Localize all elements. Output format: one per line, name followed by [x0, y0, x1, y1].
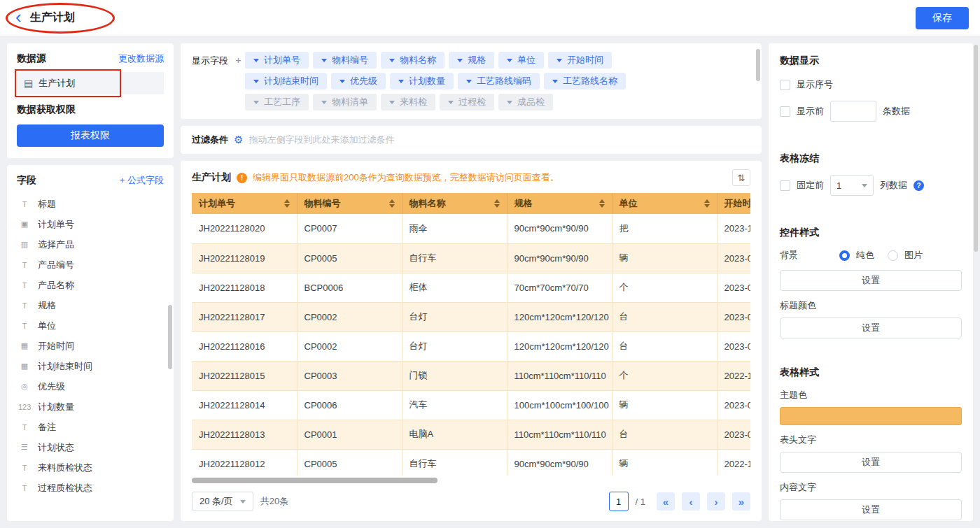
field-item[interactable]: T产品编号 [7, 255, 174, 275]
table-cell: 辆 [612, 243, 717, 273]
field-item[interactable]: ▦计划结束时间 [7, 356, 174, 376]
title-color-set-button[interactable]: 设置 [780, 317, 962, 338]
report-permission-button[interactable]: 报表权限 [17, 124, 164, 147]
background-set-button[interactable]: 设置 [780, 270, 962, 291]
field-item[interactable]: T备注 [7, 417, 174, 437]
sort-arrows-icon[interactable] [494, 199, 500, 208]
solid-color-radio[interactable] [839, 250, 850, 261]
top-header: ‹ 生产计划 保存 [0, 0, 980, 36]
last-page-button[interactable]: » [732, 492, 750, 511]
current-page-input[interactable]: 1 [609, 492, 629, 511]
sort-arrows-icon[interactable] [389, 199, 395, 208]
field-chip-disabled[interactable]: 物料清单 [313, 94, 377, 110]
table-cell: CP0007 [297, 214, 402, 243]
table-cell: 2023-03 [717, 243, 750, 273]
freeze-columns-checkbox[interactable] [780, 180, 790, 191]
change-datasource-link[interactable]: 更改数据源 [118, 52, 164, 65]
sort-button[interactable]: ⇅ [732, 169, 750, 186]
scrollbar[interactable] [974, 45, 978, 252]
scrollbar[interactable] [168, 305, 172, 369]
field-chip[interactable]: 计划结束时间 [245, 73, 327, 90]
table-cell: 70cm*70cm*70/70 [507, 273, 612, 302]
back-icon[interactable]: ‹ [15, 8, 22, 26]
field-chip[interactable]: 规格 [449, 52, 494, 69]
field-item[interactable]: T单位 [7, 315, 174, 336]
first-page-button[interactable]: « [657, 492, 675, 511]
help-icon[interactable]: ? [913, 180, 924, 191]
table-row: JH20221128019CP0005自行车90cm*90cm*90/90辆20… [192, 243, 750, 273]
table-cell: 90cm*90cm*90/90 [507, 214, 612, 243]
add-formula-field-link[interactable]: + 公式字段 [120, 174, 164, 187]
field-chip-disabled[interactable]: 来料检 [381, 94, 435, 110]
field-chip-disabled[interactable]: 过程检 [440, 94, 494, 110]
page-size-select[interactable]: 20 条/页 [192, 492, 253, 511]
table-freeze-title: 表格冻结 [780, 152, 962, 165]
field-item[interactable]: ☰计划状态 [7, 437, 174, 457]
field-chip[interactable]: 优先级 [331, 73, 386, 90]
prev-page-button[interactable]: ‹ [682, 492, 700, 511]
table-cell: 汽车 [402, 390, 507, 420]
field-item[interactable]: T来料质检状态 [7, 457, 174, 478]
sort-arrows-icon[interactable] [599, 199, 605, 208]
content-text-set-button[interactable]: 设置 [780, 499, 962, 520]
image-radio[interactable] [888, 250, 898, 261]
status-icon: ☰ [18, 443, 31, 452]
field-item[interactable]: ▦开始时间 [7, 336, 174, 356]
field-item[interactable]: ▣计划单号 [7, 214, 174, 234]
chevron-down-icon [507, 59, 512, 62]
show-index-checkbox[interactable] [780, 80, 790, 90]
next-page-button[interactable]: › [707, 492, 725, 511]
table-row: JH20221128016CP0002台灯120cm*120cm*120/120… [192, 331, 750, 361]
field-chip[interactable]: 单位 [498, 52, 544, 69]
sort-arrows-icon[interactable] [284, 199, 290, 208]
field-chip[interactable]: 工艺路线名称 [544, 73, 626, 90]
sort-arrows-icon[interactable] [704, 199, 710, 208]
show-first-checkbox[interactable] [780, 106, 790, 117]
field-chip[interactable]: 工艺路线编码 [458, 73, 540, 90]
field-chip-disabled[interactable]: 成品检 [498, 94, 553, 110]
field-item[interactable]: ◎优先级 [7, 376, 174, 397]
gear-icon[interactable]: ⚙ [234, 134, 243, 146]
column-header[interactable]: 规格 [507, 193, 612, 214]
row-count-input[interactable] [830, 101, 876, 122]
datasource-item-selected[interactable]: ▤ 生产计划 [17, 72, 164, 94]
field-item[interactable]: 123计划数量 [7, 397, 174, 417]
column-header[interactable]: 开始时间 [717, 193, 750, 214]
datasource-title: 数据源 [17, 52, 46, 65]
field-chip-label: 规格 [468, 54, 486, 66]
table-row: JH20221128012CP0005自行车90cm*90cm*90/90辆20… [192, 449, 750, 476]
content-text-label: 内容文字 [780, 481, 962, 494]
horizontal-scrollbar[interactable] [192, 478, 438, 483]
freeze-count-select[interactable]: 1 [830, 175, 874, 196]
field-chip-disabled[interactable]: 工艺工序 [245, 94, 309, 110]
table-row: JH20221128015CP0003门锁110cm*110cm*110/110… [192, 361, 750, 390]
chevron-down-icon [340, 80, 345, 83]
column-header[interactable]: 计划单号 [192, 193, 297, 214]
scrollbar[interactable] [756, 49, 760, 81]
field-chip[interactable]: 开始时间 [548, 52, 612, 69]
priority-icon: ◎ [18, 382, 31, 391]
field-chip[interactable]: 计划单号 [245, 52, 309, 69]
field-chip[interactable]: 物料编号 [313, 52, 377, 69]
field-chip-label: 工艺工序 [264, 96, 300, 108]
field-item[interactable]: ▥选择产品 [7, 234, 174, 255]
field-chip[interactable]: 物料名称 [381, 52, 444, 69]
field-item[interactable]: T过程质检状态 [7, 478, 174, 498]
field-item-label: 计划单号 [38, 218, 74, 231]
left-sidebar: 数据源 更改数据源 ▤ 生产计划 数据获取权限 报表权限 字段 + 公式字段 T… [7, 43, 174, 521]
table-cell: 台 [612, 302, 717, 331]
column-header[interactable]: 物料编号 [297, 193, 402, 214]
column-header[interactable]: 物料名称 [402, 193, 507, 214]
field-item[interactable]: T产品名称 [7, 275, 174, 295]
add-display-field-button[interactable]: + [235, 55, 241, 110]
freeze-count-value: 1 [836, 180, 841, 191]
display-fields-label: 显示字段 [192, 55, 228, 110]
field-item-label: 单位 [38, 320, 56, 332]
field-item[interactable]: T标题 [7, 194, 174, 214]
header-text-set-button[interactable]: 设置 [780, 452, 962, 473]
field-item[interactable]: T规格 [7, 295, 174, 315]
theme-color-swatch[interactable] [780, 407, 962, 425]
column-header[interactable]: 单位 [612, 193, 717, 214]
save-button[interactable]: 保存 [916, 7, 969, 29]
field-chip[interactable]: 计划数量 [390, 73, 454, 90]
